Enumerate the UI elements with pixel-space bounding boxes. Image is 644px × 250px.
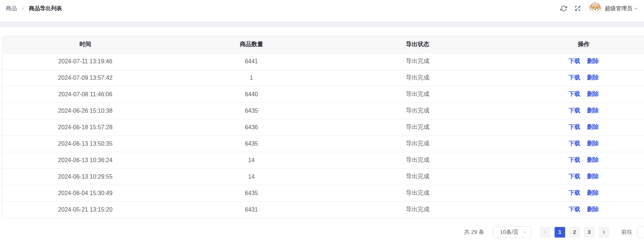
- breadcrumb-item-export-list: 商品导出列表: [29, 5, 62, 12]
- table-row: 2024-06-13 10:29:55 14 导出完成 下载 删除: [2, 168, 644, 185]
- cell-actions: 下载 删除: [501, 168, 644, 185]
- table-row: 2024-07-11 13:19:46 6441 导出完成 下载 删除: [2, 53, 644, 70]
- download-link[interactable]: 下载: [568, 190, 580, 196]
- cell-actions: 下载 删除: [501, 152, 644, 168]
- cell-time: 2024-06-04 15:30:49: [2, 185, 168, 201]
- breadcrumb: 商品 商品导出列表: [6, 5, 62, 12]
- cell-status: 导出完成: [335, 53, 501, 70]
- cell-actions: 下载 删除: [501, 86, 644, 102]
- next-page-button[interactable]: [599, 227, 609, 238]
- cell-status: 导出完成: [335, 185, 501, 201]
- table-row: 2024-06-04 15:30:49 6435 导出完成 下载 删除: [2, 185, 644, 201]
- delete-link[interactable]: 删除: [587, 58, 599, 64]
- prev-page-button[interactable]: [540, 227, 551, 238]
- delete-link[interactable]: 删除: [587, 206, 599, 212]
- page-size-select[interactable]: 10条/页: [493, 226, 531, 238]
- header-actions: 超级管理员: [557, 2, 638, 15]
- cell-quantity: 6441: [168, 53, 334, 70]
- table-header-row: 时间 商品数量 导出状态 操作: [2, 36, 644, 53]
- download-link[interactable]: 下载: [568, 124, 580, 130]
- cell-status: 导出完成: [335, 152, 501, 168]
- user-menu[interactable]: 超级管理员: [589, 2, 638, 15]
- chevron-down-icon: [633, 6, 638, 11]
- cell-quantity: 6435: [168, 102, 334, 119]
- cell-quantity: 6440: [168, 86, 334, 102]
- cell-status: 导出完成: [335, 102, 501, 119]
- table-row: 2024-06-18 15:57:28 6436 导出完成 下载 删除: [2, 119, 644, 135]
- cell-quantity: 6436: [168, 119, 334, 135]
- download-link[interactable]: 下载: [568, 157, 580, 163]
- page-number-button[interactable]: 1: [555, 227, 565, 238]
- cell-quantity: 14: [168, 152, 334, 168]
- cell-quantity: 6435: [168, 135, 334, 152]
- table-row: 2024-06-26 15:10:38 6435 导出完成 下载 删除: [2, 102, 644, 119]
- cell-time: 2024-07-09 13:57:42: [2, 70, 168, 86]
- cell-time: 2024-06-26 15:10:38: [2, 102, 168, 119]
- download-link[interactable]: 下载: [568, 206, 580, 212]
- top-header: 商品 商品导出列表: [0, 0, 644, 21]
- download-link[interactable]: 下载: [568, 91, 580, 97]
- fullscreen-icon[interactable]: [571, 2, 584, 15]
- cell-actions: 下载 删除: [501, 70, 644, 86]
- page-size-value: 10条/页: [500, 229, 519, 236]
- download-link[interactable]: 下载: [568, 58, 580, 64]
- pagination: 共 29 条 10条/页 1 2 3 前往: [0, 226, 644, 238]
- pagination-pages: 1 2 3: [555, 227, 595, 238]
- content-divider-band: [0, 21, 644, 27]
- refresh-icon[interactable]: [557, 2, 570, 15]
- column-header-quantity: 商品数量: [168, 36, 334, 53]
- breadcrumb-item-products[interactable]: 商品: [6, 5, 17, 12]
- goto-page-label: 前往: [621, 229, 632, 236]
- download-link[interactable]: 下载: [568, 74, 580, 81]
- export-list-card: 时间 商品数量 导出状态 操作 2024-07-11 13:19:46 6441…: [2, 36, 644, 218]
- select-chevron-down-icon: [523, 230, 527, 234]
- cell-quantity: 14: [168, 168, 334, 185]
- total-count-label: 共 29 条: [464, 229, 484, 236]
- cell-time: 2024-06-18 15:57:28: [2, 119, 168, 135]
- table-body: 2024-07-11 13:19:46 6441 导出完成 下载 删除 2024…: [2, 53, 644, 218]
- cell-status: 导出完成: [335, 168, 501, 185]
- page-number-button[interactable]: 2: [569, 227, 580, 238]
- delete-link[interactable]: 删除: [587, 157, 599, 163]
- cell-time: 2024-06-13 10:36:24: [2, 152, 168, 168]
- delete-link[interactable]: 删除: [587, 173, 599, 179]
- cell-actions: 下载 删除: [501, 53, 644, 70]
- breadcrumb-separator-icon: [21, 6, 25, 11]
- cell-time: 2024-06-13 10:29:55: [2, 168, 168, 185]
- table-row: 2024-07-08 11:46:06 6440 导出完成 下载 删除: [2, 86, 644, 102]
- cell-actions: 下载 删除: [501, 201, 644, 218]
- delete-link[interactable]: 删除: [587, 124, 599, 130]
- table-row: 2024-07-09 13:57:42 1 导出完成 下载 删除: [2, 70, 644, 86]
- cell-status: 导出完成: [335, 70, 501, 86]
- delete-link[interactable]: 删除: [587, 140, 599, 146]
- cell-status: 导出完成: [335, 86, 501, 102]
- cell-time: 2024-07-08 11:46:06: [2, 86, 168, 102]
- page-number-button[interactable]: 3: [584, 227, 595, 238]
- cell-status: 导出完成: [335, 135, 501, 152]
- goto-page-input[interactable]: [637, 226, 644, 238]
- export-table: 时间 商品数量 导出状态 操作 2024-07-11 13:19:46 6441…: [2, 36, 644, 218]
- cell-time: 2024-06-13 13:50:35: [2, 135, 168, 152]
- avatar: [589, 2, 601, 15]
- table-row: 2024-06-13 10:36:24 14 导出完成 下载 删除: [2, 152, 644, 168]
- cell-actions: 下载 删除: [501, 185, 644, 201]
- download-link[interactable]: 下载: [568, 107, 580, 113]
- delete-link[interactable]: 删除: [587, 74, 599, 81]
- cell-time: 2024-05-21 13:15:20: [2, 201, 168, 218]
- cell-status: 导出完成: [335, 201, 501, 218]
- cell-time: 2024-07-11 13:19:46: [2, 53, 168, 70]
- column-header-status: 导出状态: [335, 36, 501, 53]
- cell-quantity: 6431: [168, 201, 334, 218]
- delete-link[interactable]: 删除: [587, 107, 599, 113]
- cell-quantity: 6435: [168, 185, 334, 201]
- delete-link[interactable]: 删除: [587, 91, 599, 97]
- download-link[interactable]: 下载: [568, 173, 580, 179]
- cell-actions: 下载 删除: [501, 119, 644, 135]
- cell-status: 导出完成: [335, 119, 501, 135]
- user-name: 超级管理员: [605, 5, 632, 12]
- cell-actions: 下载 删除: [501, 135, 644, 152]
- table-row: 2024-05-21 13:15:20 6431 导出完成 下载 删除: [2, 201, 644, 218]
- download-link[interactable]: 下载: [568, 140, 580, 146]
- delete-link[interactable]: 删除: [587, 190, 599, 196]
- cell-quantity: 1: [168, 70, 334, 86]
